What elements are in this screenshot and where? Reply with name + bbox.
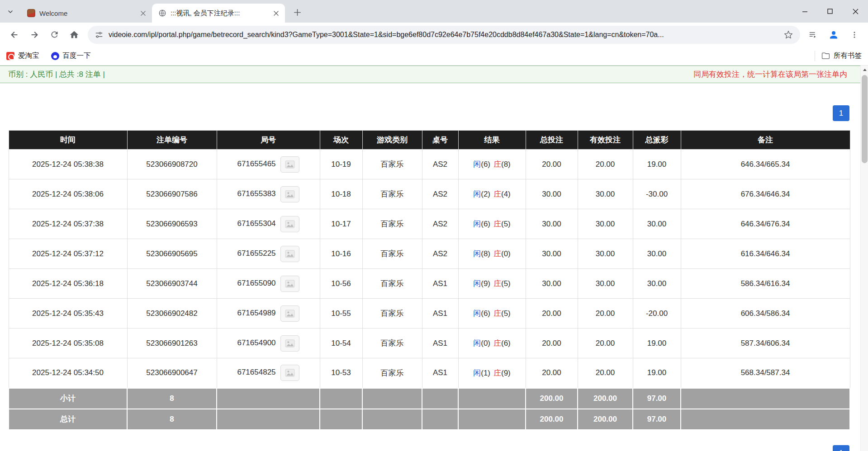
header-payout: 总派彩 xyxy=(633,131,681,150)
bookmark-baidu[interactable]: 百度一下 xyxy=(51,51,91,61)
table-row: 2025-12-24 05:37:38 523066906593 6716553… xyxy=(9,209,850,239)
session-cell: 10-18 xyxy=(320,179,362,209)
back-icon[interactable] xyxy=(5,25,24,45)
tab-close-icon[interactable] xyxy=(138,9,147,18)
window-controls xyxy=(792,0,868,23)
subtotal-total-bet: 200.00 xyxy=(526,388,578,409)
header-session: 场次 xyxy=(320,131,362,150)
session-cell: 10-54 xyxy=(320,329,362,358)
scrollbar-track[interactable] xyxy=(860,66,868,451)
subtotal-label: 小计 xyxy=(9,388,127,409)
bet-id-cell: 523066908720 xyxy=(127,150,217,179)
reload-icon[interactable] xyxy=(44,25,64,45)
bet-id-cell: 523066906593 xyxy=(127,209,217,239)
forward-icon[interactable] xyxy=(24,25,44,45)
view-video-button[interactable] xyxy=(280,305,299,322)
video-thumbnail-icon xyxy=(285,310,295,318)
remark-cell: 586.34/616.34 xyxy=(681,269,850,299)
minimize-button[interactable] xyxy=(792,0,817,23)
view-video-button[interactable] xyxy=(280,186,299,202)
round-number: 671655225 xyxy=(237,249,275,258)
bookmark-label: 爱淘宝 xyxy=(18,51,39,61)
bet-id-cell: 523066907586 xyxy=(127,179,217,209)
video-thumbnail-icon xyxy=(285,190,295,198)
result-banker-label: 庄 xyxy=(493,220,501,228)
table-footer: 小计 8 200.00 200.00 97.00 总计 8 200.00 200… xyxy=(9,388,850,430)
page-content: 币别 : 人民币 | 总共 :8 注单 | 同局有效投注，统一计算在该局第一张注… xyxy=(0,66,868,451)
table-row: 2025-12-24 05:35:43 523066902482 6716549… xyxy=(9,299,850,329)
bookmark-aitaobao[interactable]: 爱淘宝 xyxy=(6,51,39,61)
round-number: 671655090 xyxy=(237,279,275,287)
toolbar-right-icons xyxy=(804,26,863,44)
valid-bet-cell: 30.00 xyxy=(578,179,633,209)
total-valid-bet: 200.00 xyxy=(578,409,633,430)
result-player-score: (8) xyxy=(481,249,490,258)
notice-text: 同局有效投注，统一计算在该局第一张注单内 xyxy=(693,69,847,80)
table-row: 2025-12-24 05:36:18 523066903744 6716550… xyxy=(9,269,850,299)
url-text[interactable]: videoie.com/ipl/portal.php/game/betrecor… xyxy=(109,31,778,39)
time-cell: 2025-12-24 05:38:38 xyxy=(9,150,127,179)
time-cell: 2025-12-24 05:37:12 xyxy=(9,239,127,269)
payout-cell: -30.00 xyxy=(633,179,681,209)
view-video-button[interactable] xyxy=(280,216,299,232)
total-bet-cell: 20.00 xyxy=(526,358,578,388)
game-type-cell: 百家乐 xyxy=(362,179,422,209)
browser-menu-icon[interactable] xyxy=(845,26,863,44)
close-window-button[interactable] xyxy=(843,0,868,23)
valid-bet-cell: 30.00 xyxy=(578,209,633,239)
payout-cell: 19.00 xyxy=(633,150,681,179)
remark-cell: 646.34/676.34 xyxy=(681,209,850,239)
home-icon[interactable] xyxy=(64,25,84,45)
round-cell: 671654989 xyxy=(217,299,320,329)
all-bookmarks-button[interactable]: 所有书签 xyxy=(821,51,862,61)
round-number: 671654825 xyxy=(237,368,275,377)
bookmark-star-icon[interactable] xyxy=(784,30,793,39)
view-video-button[interactable] xyxy=(280,246,299,262)
total-row: 总计 8 200.00 200.00 97.00 xyxy=(9,409,850,430)
result-banker-label: 庄 xyxy=(493,309,501,318)
result-cell: 闲(8)庄(0) xyxy=(458,239,526,269)
remark-cell: 646.34/665.34 xyxy=(681,150,850,179)
result-cell: 闲(6)庄(5) xyxy=(458,209,526,239)
total-total-bet: 200.00 xyxy=(526,409,578,430)
valid-bet-cell: 30.00 xyxy=(578,239,633,269)
page-1-button-bottom[interactable]: 1 xyxy=(833,445,849,451)
round-cell: 671655090 xyxy=(217,269,320,299)
scrollbar-thumb[interactable] xyxy=(862,75,868,163)
maximize-button[interactable] xyxy=(817,0,843,23)
tab-close-icon[interactable] xyxy=(271,9,280,18)
site-settings-icon[interactable] xyxy=(95,31,103,39)
tab-welcome[interactable]: Welcome xyxy=(21,4,152,23)
result-banker-label: 庄 xyxy=(493,279,501,288)
view-video-button[interactable] xyxy=(280,365,299,381)
view-video-button[interactable] xyxy=(280,335,299,352)
result-player-label: 闲 xyxy=(473,160,481,169)
tab-bet-record[interactable]: :::视讯, 会员下注纪录::: xyxy=(152,4,285,23)
view-video-button[interactable] xyxy=(280,156,299,173)
time-cell: 2025-12-24 05:37:38 xyxy=(9,209,127,239)
new-tab-button[interactable] xyxy=(290,5,304,19)
table-row: 2025-12-24 05:34:50 523066900647 6716548… xyxy=(9,358,850,388)
header-remark: 备注 xyxy=(681,131,850,150)
time-cell: 2025-12-24 05:36:18 xyxy=(9,269,127,299)
result-player-label: 闲 xyxy=(473,279,481,288)
media-controls-icon[interactable] xyxy=(804,26,822,44)
payout-cell: 30.00 xyxy=(633,239,681,269)
payout-cell: 30.00 xyxy=(633,269,681,299)
result-player-score: (6) xyxy=(481,160,490,169)
result-banker-label: 庄 xyxy=(493,369,501,377)
address-bar[interactable]: videoie.com/ipl/portal.php/game/betrecor… xyxy=(88,26,800,44)
profile-avatar-icon[interactable] xyxy=(825,26,843,44)
subtotal-row: 小计 8 200.00 200.00 97.00 xyxy=(9,388,850,409)
result-banker-label: 庄 xyxy=(493,160,501,169)
table-header: 时间 注单编号 局号 场次 游戏类别 桌号 结果 总投注 有效投注 总派彩 备注 xyxy=(9,131,850,150)
scrollbar-up-arrow[interactable] xyxy=(861,66,868,74)
page-1-button[interactable]: 1 xyxy=(833,105,849,121)
tab-search-chevron-icon[interactable] xyxy=(5,7,15,17)
result-banker-score: (8) xyxy=(501,160,511,169)
table-row: 2025-12-24 05:35:08 523066901263 6716549… xyxy=(9,329,850,358)
view-video-button[interactable] xyxy=(280,276,299,292)
game-type-cell: 百家乐 xyxy=(362,150,422,179)
result-cell: 闲(9)庄(5) xyxy=(458,269,526,299)
total-payout: 97.00 xyxy=(633,409,681,430)
